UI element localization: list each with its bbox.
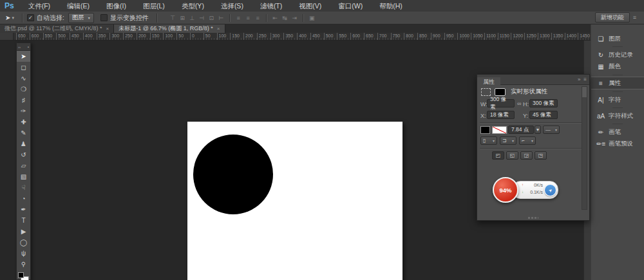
speed-ball-widget[interactable]: ↑ 0K/s ↓ 0.1K/s ➤ 94% <box>491 176 559 203</box>
tool-button[interactable]: ✚ <box>17 117 30 127</box>
tool-button[interactable]: ▧ <box>17 171 30 182</box>
pathfinder-button[interactable]: ◲ <box>520 151 533 160</box>
tool-button[interactable]: ✑ <box>17 106 30 117</box>
stroke-width-field[interactable]: 7.84 点 <box>508 126 534 134</box>
align-icon[interactable]: ⊣ <box>198 15 206 21</box>
align-icon[interactable]: ↹ <box>281 15 289 21</box>
panel-scrollbar[interactable] <box>582 86 587 210</box>
show-transform-checkbox[interactable] <box>100 14 108 21</box>
x-field[interactable]: 18 像素 <box>487 111 515 119</box>
tool-button[interactable]: ♯ <box>17 95 30 106</box>
dock-panel-button[interactable]: ↻ 历史记录 <box>591 49 644 61</box>
menu-item[interactable]: 帮助(H) <box>371 0 411 12</box>
ellipse-shape-layer[interactable] <box>193 135 273 214</box>
dock-panel-button[interactable]: ❏ 图层 <box>591 33 644 44</box>
dock-panel-button[interactable]: A| 字符 <box>591 94 644 106</box>
menu-item[interactable]: 编辑(E) <box>59 0 98 12</box>
canvas[interactable] <box>187 122 402 280</box>
align-icon[interactable]: ⊤ <box>169 15 177 21</box>
align-icon[interactable]: ⊞ <box>178 15 187 21</box>
align-icon[interactable]: ⇥ <box>290 15 299 21</box>
ruler-tick: 1400 <box>565 33 577 40</box>
document-tab[interactable]: 未标题-1 @ 66.7% (椭圆 1, RGB/8) * × <box>114 24 225 33</box>
align-icon[interactable] <box>229 14 231 22</box>
align-icon[interactable]: ≡ <box>244 15 252 21</box>
stroke-option-dropdown[interactable]: ⌐ ▾ <box>519 136 536 145</box>
document-tab[interactable]: 微信.psd @ 117% (二维码, CMYK/8) * × <box>0 24 114 33</box>
pathfinder-button[interactable]: ◱ <box>506 151 518 160</box>
align-icon[interactable]: ▣ <box>308 15 316 21</box>
tool-button[interactable]: ↺ <box>17 149 30 160</box>
menu-item[interactable]: 滤镜(T) <box>252 0 290 12</box>
tool-button[interactable]: ✎ <box>17 127 30 138</box>
stroke-color-swatch[interactable] <box>492 126 507 134</box>
align-icon[interactable]: ⊡ <box>207 15 216 21</box>
align-icon[interactable]: ⊥ <box>188 15 196 21</box>
height-field[interactable]: 300 像素 <box>529 99 558 107</box>
options-bar: ➤ ▾ ✓ 自动选择: 图层 ▾ 显示变换控件 ⊤⊞⊥⊣⊡⊢≡≡≡⇤↹⇥▣ 新增… <box>0 12 644 24</box>
collapse-panel-icon[interactable]: ›› <box>18 45 21 49</box>
menu-item[interactable]: 文件(F) <box>20 0 59 12</box>
tool-button[interactable]: ◻ <box>17 62 30 73</box>
tool-button[interactable]: ✒ <box>17 204 30 215</box>
panel-scrollbar-thumb[interactable] <box>582 87 587 97</box>
auto-select-dropdown[interactable]: 图层 ▾ <box>68 13 94 23</box>
tool-button[interactable]: ▶ <box>17 226 30 237</box>
align-icon[interactable]: ⊢ <box>217 15 225 21</box>
menu-item[interactable]: 视图(V) <box>290 0 330 12</box>
panel-resize-grip[interactable] <box>528 217 538 219</box>
y-field[interactable]: 45 像素 <box>529 111 558 119</box>
panel-menu-icon[interactable]: ≡ <box>583 77 587 82</box>
close-icon[interactable]: × <box>217 26 220 32</box>
dock-panel-button[interactable]: aA 字符样式 <box>591 110 644 122</box>
menu-item[interactable]: 图像(I) <box>98 0 135 12</box>
tool-button[interactable]: ◔ <box>17 193 30 204</box>
tool-button[interactable]: ❍ <box>17 84 30 95</box>
dock-panel-button[interactable]: ✏≡ 画笔预设 <box>591 138 644 149</box>
panel-close-icon[interactable]: ▪ <box>28 45 29 49</box>
tool-button[interactable]: ◯ <box>17 237 30 248</box>
dock-panel-button[interactable]: ✏ 画笔 <box>591 126 644 138</box>
align-icon[interactable] <box>266 14 267 22</box>
stroke-option-dropdown[interactable]: ▯ ▾ <box>480 136 497 145</box>
align-icon[interactable]: ≡ <box>254 15 262 21</box>
close-icon[interactable]: × <box>106 26 109 32</box>
tool-button[interactable]: ☟ <box>17 182 30 193</box>
menu-item[interactable]: 图层(L) <box>135 0 173 12</box>
width-field[interactable]: 300 像素 <box>487 99 515 107</box>
align-icon[interactable]: ⇤ <box>271 15 279 21</box>
foreground-color-swatch[interactable] <box>18 272 24 278</box>
move-tool-icon[interactable]: ➤ <box>5 14 10 21</box>
auto-select-checkbox[interactable]: ✓ <box>27 14 34 21</box>
tool-button[interactable]: ▱ <box>17 160 30 171</box>
align-icon[interactable] <box>303 14 304 22</box>
memory-percent-ball[interactable]: 94% <box>493 177 518 203</box>
tool-button[interactable]: ➤ <box>17 51 30 62</box>
menu-item[interactable]: 类型(Y) <box>173 0 213 12</box>
tool-button[interactable]: ∿ <box>17 73 30 84</box>
tool-button[interactable]: T <box>17 215 30 226</box>
align-icon[interactable]: ≡ <box>234 15 243 21</box>
link-dimensions-icon[interactable]: ∞ <box>517 100 521 107</box>
stroke-option-dropdown[interactable]: ⊐ ▾ <box>500 136 516 145</box>
tool-preset-caret-icon[interactable]: ▾ <box>12 15 14 21</box>
properties-tab[interactable]: 属性 <box>477 77 500 87</box>
workspace-button[interactable]: 新增功能 <box>595 12 630 23</box>
dock-panel-button[interactable]: ≡ 属性 <box>591 77 644 89</box>
document-tab-title: 未标题-1 @ 66.7% (椭圆 1, RGB/8) * <box>118 24 213 33</box>
pathfinder-button[interactable]: ◳ <box>535 151 547 160</box>
tool-button[interactable]: ♟ <box>17 138 30 149</box>
tool-button[interactable]: ψ <box>17 248 30 259</box>
workspace-menu-icon[interactable]: ≡ <box>633 14 636 21</box>
pathfinder-button[interactable]: ◰ <box>492 151 504 160</box>
launcher-button[interactable]: ➤ <box>544 184 556 196</box>
fill-color-swatch[interactable] <box>480 126 490 134</box>
tool-button[interactable]: ⚲ <box>17 259 30 270</box>
menu-item[interactable]: 窗口(W) <box>330 0 371 12</box>
stroke-width-arrow-button[interactable]: ▾ <box>535 126 541 134</box>
stroke-style-dropdown[interactable]: — ▾ <box>543 126 560 134</box>
ruler-corner <box>0 33 14 40</box>
menu-item[interactable]: 选择(S) <box>213 0 252 12</box>
dock-panel-button[interactable]: ▦ 颜色 <box>591 61 644 72</box>
collapse-icons-icon[interactable]: » <box>578 77 580 82</box>
